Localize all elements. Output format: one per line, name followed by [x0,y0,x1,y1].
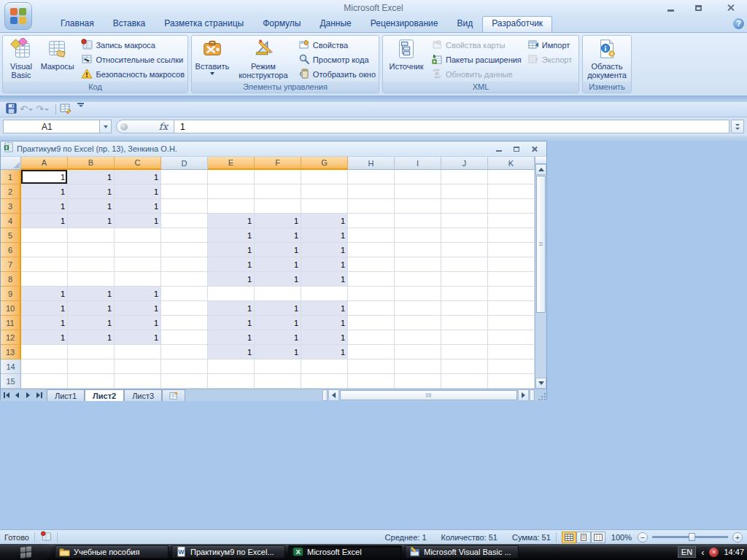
ribbon-tab-1[interactable]: Вставка [104,16,155,32]
ribbon-tab-6[interactable]: Вид [447,16,482,32]
cell-D3[interactable] [161,199,208,214]
cell-J12[interactable] [441,330,488,345]
xml-source-button[interactable]: Источник [384,36,428,71]
cell-H4[interactable] [348,214,395,228]
cell-H10[interactable] [348,301,395,316]
cell-J15[interactable] [441,374,488,389]
tab-split-handle[interactable] [322,389,328,401]
sheet-tab-0[interactable]: Лист1 [47,389,85,401]
row-header-9[interactable]: 9 [1,287,21,301]
cell-K8[interactable] [488,272,535,287]
formula-bar-expand-button[interactable] [731,120,744,133]
cell-H13[interactable] [348,345,395,359]
row-header-7[interactable]: 7 [1,257,21,272]
cell-D1[interactable] [161,170,208,184]
group-label-edit[interactable]: Изменить [583,82,631,93]
view-code-button[interactable]: Просмотр кода [297,52,377,67]
cell-J1[interactable] [441,170,488,184]
cell-G13[interactable]: 1 [301,345,348,359]
name-box[interactable]: A1 [3,120,99,133]
cell-K13[interactable] [488,345,535,359]
cell-I7[interactable] [395,257,441,272]
cell-E10[interactable]: 1 [208,301,255,316]
workbook-maximize-button[interactable] [514,147,519,152]
cell-A14[interactable] [21,359,68,374]
next-sheet-button[interactable] [23,389,34,401]
cell-K14[interactable] [488,359,535,374]
zoom-slider[interactable] [652,536,728,538]
cell-K3[interactable] [488,199,535,214]
column-header-A[interactable]: A [21,157,68,170]
cell-J5[interactable] [441,228,488,243]
zoom-out-button[interactable]: − [638,532,648,542]
cell-K5[interactable] [488,228,535,243]
cell-A13[interactable] [21,345,68,359]
cell-K11[interactable] [488,316,535,330]
row-header-14[interactable]: 14 [1,359,21,374]
cell-B11[interactable]: 1 [68,316,115,330]
cell-H9[interactable] [348,287,395,301]
cell-A11[interactable]: 1 [21,316,68,330]
cell-K6[interactable] [488,243,535,257]
scroll-right-button[interactable] [518,389,529,401]
language-indicator[interactable]: EN [678,546,696,558]
cell-K2[interactable] [488,184,535,199]
cell-I8[interactable] [395,272,441,287]
save-button[interactable] [6,103,17,116]
relative-references-button[interactable]: Относительные ссылки [80,52,186,67]
import-button[interactable]: Импорт [526,38,573,52]
scroll-up-button[interactable] [535,164,546,175]
cell-C10[interactable]: 1 [115,301,161,316]
cell-E11[interactable]: 1 [208,316,255,330]
cell-G2[interactable] [301,184,348,199]
cell-H12[interactable] [348,330,395,345]
insert-control-button[interactable]: Вставить [193,36,231,75]
macros-button[interactable]: Макросы [38,36,77,71]
column-header-B[interactable]: B [68,157,115,170]
cell-B14[interactable] [68,359,115,374]
security-alert-icon[interactable]: × [709,548,719,557]
cell-K1[interactable] [488,170,535,184]
cell-K9[interactable] [488,287,535,301]
cell-E7[interactable]: 1 [208,257,255,272]
column-header-J[interactable]: J [441,157,488,170]
horizontal-split-handle[interactable] [530,389,535,401]
cell-D9[interactable] [161,287,208,301]
document-panel-button[interactable]: Область документа [584,36,630,79]
ribbon-tab-0[interactable]: Главная [51,16,104,32]
column-header-C[interactable]: C [115,157,161,170]
cell-D4[interactable] [161,214,208,228]
cell-D7[interactable] [161,257,208,272]
cell-K12[interactable] [488,330,535,345]
cell-E5[interactable]: 1 [208,228,255,243]
cell-D6[interactable] [161,243,208,257]
refresh-data-button[interactable]: Обновить данные [430,67,523,82]
cell-H11[interactable] [348,316,395,330]
cell-C11[interactable]: 1 [115,316,161,330]
ribbon-tab-5[interactable]: Рецензирование [361,16,448,32]
workbook-close-button[interactable] [531,146,538,152]
column-header-H[interactable]: H [348,157,395,170]
column-header-K[interactable]: K [488,157,535,170]
cell-C4[interactable]: 1 [115,214,161,228]
cell-B7[interactable] [68,257,115,272]
group-label-controls[interactable]: Элементы управления [192,82,379,93]
cell-C15[interactable] [115,374,161,389]
cell-G4[interactable]: 1 [301,214,348,228]
cell-H3[interactable] [348,199,395,214]
macro-recording-button[interactable] [40,531,52,543]
cell-K7[interactable] [488,257,535,272]
formula-input[interactable]: 1 [174,120,729,133]
cell-B13[interactable] [68,345,115,359]
cell-A6[interactable] [21,243,68,257]
cell-A12[interactable]: 1 [21,330,68,345]
cell-B4[interactable]: 1 [68,214,115,228]
cell-D8[interactable] [161,272,208,287]
cell-B3[interactable]: 1 [68,199,115,214]
select-all-corner[interactable] [1,157,21,170]
cell-G14[interactable] [301,359,348,374]
vertical-scroll-thumb[interactable] [536,176,546,313]
cell-G12[interactable]: 1 [301,330,348,345]
cell-G6[interactable]: 1 [301,243,348,257]
cell-B15[interactable] [68,374,115,389]
